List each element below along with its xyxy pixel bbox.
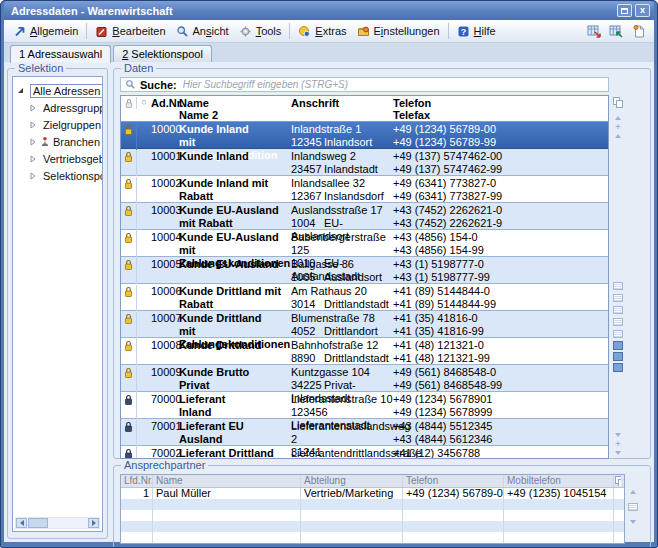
address-telefon: +43 (7452) 2262621-0 (393, 204, 608, 217)
address-row[interactable]: 10007 Kunde Drittlandmit Zahlungskonditi… (121, 311, 608, 338)
address-row[interactable]: 10000 Kunde Inlandmit Zahlungskondition … (121, 122, 608, 149)
search-icon (125, 79, 136, 90)
address-row[interactable]: 10004 Kunde EU-Auslandmit Zahlungskondit… (121, 230, 608, 257)
address-row[interactable]: 10002 Kunde Inland mit Rabatt Inlandsall… (121, 176, 608, 203)
view-list-icon[interactable] (613, 341, 623, 350)
tree-expanded-arrow-icon[interactable] (16, 87, 24, 94)
contact-name (153, 521, 301, 532)
scroll-up-icon[interactable] (630, 490, 636, 494)
contact-table-header[interactable]: Lfd.Nr. Name Abteilung Telefon Mobiltele… (121, 475, 624, 488)
copy-icon[interactable] (614, 475, 624, 487)
address-row[interactable]: 10006 Kunde Drittland mit Rabatt Am Rath… (121, 284, 608, 311)
tree-item-branchen[interactable]: Branchen (16, 133, 100, 150)
tab-adressauswahl[interactable]: 1 Adressauswahl (10, 45, 111, 63)
view-list-icon[interactable] (628, 503, 638, 511)
add-icon[interactable]: + (615, 123, 620, 131)
filter-icon[interactable] (613, 318, 623, 326)
address-row[interactable]: 70002 Lieferant Drittland Lieferantendri… (121, 446, 608, 458)
scroll-right-icon (92, 520, 96, 526)
table-export-button[interactable] (586, 23, 603, 40)
address-street: Kuntzgasse 104 (291, 366, 393, 379)
table-import-button[interactable] (608, 23, 625, 40)
address-row[interactable]: 70000 LieferantInland Lieferantenstraße … (121, 392, 608, 419)
address-row[interactable]: 10003 Kunde EU-Ausland mit Rabatt Auslan… (121, 203, 608, 230)
lock-icon (124, 313, 133, 325)
details-icon[interactable] (613, 282, 623, 290)
address-street: Ballgasse 86 (291, 258, 393, 271)
address-name: Kunde Inland mit Rabatt (179, 177, 289, 203)
scroll-up-icon[interactable] (615, 134, 621, 138)
address-row[interactable]: 10008 Kunde Drittland Bahnhofstraße 1288… (121, 338, 608, 365)
tree-collapsed-arrow-icon[interactable] (29, 138, 37, 146)
column-adnr: Ad.Nr. (151, 97, 175, 109)
scroll-right-button[interactable] (88, 518, 99, 528)
print-icon[interactable] (613, 330, 623, 338)
search-input[interactable] (181, 78, 604, 91)
tree-item-selektionspools[interactable]: Selektionspools (16, 167, 100, 184)
close-button[interactable]: x (635, 4, 650, 17)
contact-row[interactable] (121, 532, 624, 543)
address-row[interactable]: 10009 Kunde BruttoPrivat Kuntzgasse 1043… (121, 365, 608, 392)
column-name: NameName 2 (175, 97, 289, 121)
ansprechpartner-panel: Ansprechpartner Lfd.Nr. Name Abteilung T… (113, 465, 651, 548)
restore-button[interactable] (617, 4, 632, 17)
menu-bearbeiten[interactable]: Bearbeiten (90, 23, 170, 40)
scroll-down-icon[interactable] (615, 433, 621, 437)
contact-row[interactable]: 1 Paul Müller Vertrieb/Marketing +49 (12… (121, 488, 624, 499)
menu-tools[interactable]: Tools (234, 23, 287, 40)
insert-icon[interactable]: + (615, 440, 620, 448)
address-street: Blumenstraße 78 (291, 312, 393, 325)
address-table-header[interactable]: ○ Ad.Nr. NameName 2 Anschrift TelefonTel… (121, 96, 608, 122)
view-list-icon[interactable] (613, 352, 623, 361)
contact-row[interactable] (121, 521, 624, 532)
address-name: Kunde EU-Ausland (179, 231, 289, 244)
title-bar: Adressdaten - Warenwirtschaft x (4, 1, 654, 20)
menu-allgemein[interactable]: Allgemein (8, 23, 83, 40)
address-telefax: +43 (4856) 154-99 (393, 244, 608, 257)
address-row[interactable]: 10001 Kunde Inland Inlandsweg 223457Inla… (121, 149, 608, 176)
address-table: ○ Ad.Nr. NameName 2 Anschrift TelefonTel… (120, 95, 609, 459)
search-icon[interactable] (613, 294, 623, 302)
menu-einstellungen[interactable]: Einstellungen (352, 23, 445, 40)
scroll-top-icon[interactable] (615, 116, 621, 120)
tree-item-adressgruppen[interactable]: Adressgruppen (16, 99, 100, 116)
contact-row[interactable] (121, 499, 624, 510)
tree-collapsed-arrow-icon[interactable] (29, 155, 37, 163)
sort-icon[interactable] (613, 306, 623, 314)
menu-hilfe[interactable]: ? Hilfe (452, 23, 501, 40)
tree-collapsed-arrow-icon[interactable] (29, 104, 37, 112)
tab-selektionspool[interactable]: 2 Selektionspool (113, 45, 212, 62)
column-lfdnr: Lfd.Nr. (121, 475, 153, 487)
tree-item-zielgruppen[interactable]: Zielgruppen (16, 116, 100, 133)
table-export-icon (587, 24, 602, 39)
lock-cell (121, 150, 137, 176)
address-city: Inslandsdorf (324, 190, 384, 202)
address-street: Am Rathaus 20 (291, 285, 393, 298)
lock-cell (121, 258, 137, 284)
new-document-button[interactable] (630, 23, 647, 40)
address-row[interactable]: 70001 Lieferant EU Ausland Lieferantenau… (121, 419, 608, 446)
tree-collapsed-arrow-icon[interactable] (29, 121, 37, 129)
address-telefon: +41 (48) 121321-0 (393, 339, 608, 352)
window-title: Adressdaten - Warenwirtschaft (11, 5, 617, 17)
address-telefon: +43 (4844) 5512345 (393, 420, 608, 433)
view-list-icon[interactable] (613, 363, 623, 372)
copy-icon[interactable] (613, 97, 624, 108)
scroll-left-button[interactable] (16, 518, 27, 528)
contact-row[interactable] (121, 510, 624, 521)
tree-item-alle-adressen[interactable]: Alle Adressen (16, 82, 100, 99)
scroll-end-icon[interactable] (615, 451, 621, 455)
address-row[interactable]: 10005 Kunde EU-Ausland Ballgasse 861005A… (121, 257, 608, 284)
scroll-down-icon[interactable] (630, 520, 636, 524)
menu-extras[interactable]: Extras (293, 23, 351, 40)
tree-item-vertriebsgebiete[interactable]: Vertriebsgebiete (16, 150, 100, 167)
horizontal-scrollbar[interactable] (15, 517, 100, 529)
search-bar[interactable]: Suche: (120, 77, 609, 92)
gear-icon (239, 25, 252, 38)
tree-collapsed-arrow-icon[interactable] (29, 172, 37, 180)
address-name: Kunde Drittland mit Rabatt (179, 285, 289, 311)
address-name: Lieferant (179, 393, 289, 406)
menu-ansicht[interactable]: Ansicht (171, 23, 234, 40)
lock-icon (124, 124, 133, 136)
scrollbar-thumb[interactable] (28, 518, 48, 528)
